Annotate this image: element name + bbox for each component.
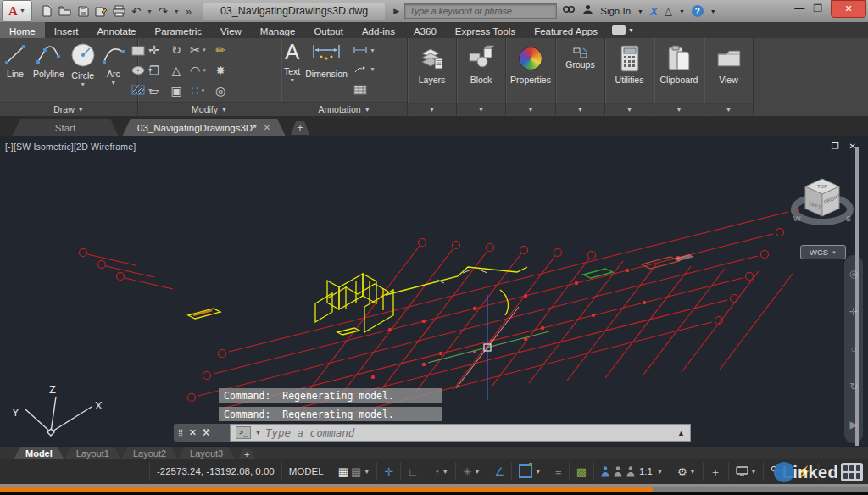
command-history-toggle[interactable]: ▲: [677, 429, 685, 437]
wcs-dropdown[interactable]: WCS▼: [800, 245, 846, 259]
dynamic-input-toggle[interactable]: ✛: [376, 462, 400, 481]
offset-button[interactable]: ◎: [215, 84, 225, 97]
redo-dropdown[interactable]: ▼: [174, 8, 180, 14]
layout2-tab[interactable]: Layout2: [121, 447, 178, 459]
viewcube[interactable]: W S TOP LEFT FRONT: [787, 160, 858, 242]
help-dropdown[interactable]: ▼: [710, 8, 716, 14]
redo-button[interactable]: ↷: [159, 6, 168, 17]
groups-panel-button[interactable]: Groups ▼: [556, 38, 605, 116]
circle-dropdown[interactable]: ▼: [80, 82, 86, 86]
command-close-icon[interactable]: ✕: [189, 427, 197, 438]
exchange-apps-icon[interactable]: X: [650, 5, 658, 18]
clipboard-expand-arrow[interactable]: ▼: [654, 103, 704, 115]
pan-icon[interactable]: ✛: [849, 306, 858, 318]
recent-commands-dropdown[interactable]: ▼: [255, 430, 261, 436]
modify-panel-label[interactable]: Modify▼: [138, 102, 281, 116]
table-button[interactable]: [353, 85, 376, 95]
workspace-switching[interactable]: ⚙▼: [670, 462, 703, 481]
annotation-scale-icon[interactable]: [626, 466, 635, 477]
tab-output[interactable]: Output: [304, 22, 353, 38]
help-icon[interactable]: ?: [692, 5, 704, 17]
tab-home[interactable]: Home: [0, 22, 45, 38]
erase-button[interactable]: ✏: [215, 43, 225, 57]
arc-dropdown[interactable]: ▼: [110, 81, 116, 85]
trim-button[interactable]: ✂▼: [190, 43, 207, 57]
tab-add-ins[interactable]: Add-ins: [353, 22, 404, 38]
model-space-toggle[interactable]: MODEL: [281, 462, 331, 481]
open-file-button[interactable]: [58, 5, 71, 17]
snap-dropdown[interactable]: ▼: [364, 469, 370, 475]
annotation-panel-label[interactable]: Annotation▼: [281, 102, 407, 116]
annotation-visibility-icon[interactable]: [601, 466, 609, 477]
object-snap-toggle[interactable]: ▼: [511, 462, 548, 481]
arc-button[interactable]: Arc ▼: [99, 38, 128, 103]
annotation-scale-dropdown[interactable]: ▼: [657, 469, 663, 475]
drawing-viewport[interactable]: Y Z X [-][SW Isometric][2D Wireframe] — …: [0, 136, 868, 446]
copy-button[interactable]: ❐: [149, 64, 160, 77]
file-tab-drawing[interactable]: 03_NavigatingDrawings3D* ✕: [122, 119, 286, 136]
maximize-button[interactable]: ❐: [813, 3, 822, 14]
customize-wrench-icon[interactable]: ⚒: [202, 427, 210, 438]
tab-a360[interactable]: A360: [404, 22, 446, 38]
viewport-controls-label[interactable]: [-][SW Isometric][2D Wireframe]: [5, 142, 136, 152]
minimize-button[interactable]: —: [794, 3, 804, 14]
search-collapse-icon[interactable]: ▶: [393, 7, 399, 15]
hardware-acceleration-group[interactable]: ▼: [728, 462, 764, 481]
video-progress-bar[interactable]: [0, 487, 868, 492]
rotate-button[interactable]: ↻: [171, 43, 181, 57]
layers-expand-arrow[interactable]: ▼: [408, 103, 456, 115]
navigation-bar[interactable]: ◎ ✛ ○ ↻ ▶: [844, 255, 863, 443]
array-button[interactable]: ∷▼: [192, 84, 206, 97]
explode-button[interactable]: ✸: [215, 64, 225, 77]
polar-tracking-toggle[interactable]: ◔▼: [426, 462, 455, 481]
undo-button[interactable]: ↶: [131, 6, 141, 17]
layout3-tab[interactable]: Layout3: [178, 447, 235, 459]
save-button[interactable]: [77, 5, 89, 17]
text-button[interactable]: A Text ▼: [281, 38, 303, 103]
layout1-tab[interactable]: Layout1: [64, 447, 121, 459]
multileader-button[interactable]: ▼: [353, 65, 376, 74]
zoom-icon[interactable]: ○: [850, 343, 856, 355]
tab-annotate[interactable]: Annotate: [87, 22, 145, 38]
annotation-monitor-button[interactable]: ＋: [703, 462, 728, 481]
circle-button[interactable]: Circle ▼: [67, 38, 99, 103]
utilities-panel-button[interactable]: Utilities ▼: [605, 38, 654, 116]
isodraft-toggle[interactable]: ✳▼: [455, 462, 487, 481]
print-button[interactable]: [113, 5, 125, 17]
mirror-button[interactable]: △: [172, 64, 181, 77]
ortho-toggle[interactable]: ∟: [400, 462, 426, 481]
view-expand-arrow[interactable]: ▼: [704, 103, 753, 115]
save-as-button[interactable]: [95, 5, 107, 17]
showmotion-icon[interactable]: ▶: [849, 419, 857, 431]
app-dropdown[interactable]: ▼: [679, 8, 685, 14]
coordinates-display[interactable]: -22573.24, -13192.08, 0.00: [149, 462, 281, 481]
annotation-scale-value[interactable]: 1:1: [639, 466, 653, 476]
command-input[interactable]: >_ ▼ Type a command ▲: [230, 424, 691, 442]
autodesk-app-icon[interactable]: △: [665, 5, 672, 17]
object-snap-tracking-toggle[interactable]: ∠: [487, 462, 511, 481]
command-line-handle[interactable]: ⣿ ✕ ⚒: [174, 424, 230, 442]
transparency-toggle[interactable]: ▩: [569, 462, 593, 481]
sign-in-dropdown[interactable]: ▼: [637, 8, 643, 14]
block-expand-arrow[interactable]: ▼: [457, 103, 505, 115]
properties-panel-button[interactable]: Properties ▼: [506, 38, 556, 116]
dimension-button[interactable]: Dimension: [303, 38, 350, 103]
tab-parametric[interactable]: Parametric: [146, 22, 212, 38]
fillet-button[interactable]: ◠▼: [190, 64, 207, 77]
snap-mode-icon[interactable]: ▦: [351, 466, 361, 477]
lineweight-toggle[interactable]: ≡: [548, 462, 569, 481]
search-icon[interactable]: [562, 3, 576, 19]
tab-express-tools[interactable]: Express Tools: [446, 22, 525, 38]
app-menu-button[interactable]: A ▼: [2, 0, 32, 22]
polyline-button[interactable]: Polyline: [31, 38, 67, 103]
undo-dropdown[interactable]: ▼: [147, 8, 153, 14]
move-button[interactable]: ✛: [149, 43, 159, 57]
tab-featured-apps[interactable]: Featured Apps: [525, 22, 607, 38]
layers-panel-button[interactable]: Layers ▼: [408, 38, 457, 116]
new-file-button[interactable]: [41, 5, 53, 17]
new-drawing-tab-button[interactable]: +: [291, 121, 309, 135]
tab-insert[interactable]: Insert: [45, 22, 88, 38]
linear-dimension-button[interactable]: ▼: [353, 46, 376, 54]
tab-manage[interactable]: Manage: [251, 22, 305, 38]
file-tab-start[interactable]: Start: [12, 119, 119, 136]
